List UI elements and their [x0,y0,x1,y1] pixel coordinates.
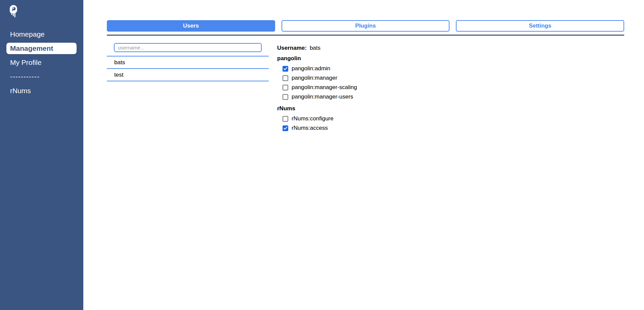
pangolin-logo-svg [9,5,18,18]
user-list: batstest [107,56,269,81]
permission-row-pangolin-manager: pangolin:manager [283,73,624,83]
main-content: UsersPluginsSettings batstest Username: … [107,0,624,133]
checkbox-pangolin-manager-users[interactable] [283,94,288,100]
sidebar-item-my-profile[interactable]: My Profile [6,57,77,68]
pangolin-logo-icon[interactable] [9,5,18,18]
user-details-panel: Username: bats pangolinpangolin:adminpan… [277,43,624,133]
user-name: test [114,72,123,78]
permission-label[interactable]: pangolin:admin [292,65,330,72]
permission-label[interactable]: rNums:access [292,125,328,131]
tab-settings[interactable]: Settings [456,20,624,32]
sidebar-item-label: My Profile [10,59,41,67]
sidebar-item-label: rNums [10,87,31,95]
checkbox-pangolin-manager[interactable] [283,75,288,81]
permission-groups: pangolinpangolin:adminpangolin:managerpa… [277,55,624,133]
checkbox-rnums-configure[interactable] [283,116,288,122]
sidebar-item-label: Management [10,44,53,52]
permission-row-rnums-access: rNums:access [283,123,624,133]
permission-row-pangolin-manager-users: pangolin:manager-users [283,92,624,102]
user-name: bats [114,59,125,66]
permission-label[interactable]: pangolin:manager-users [292,93,353,100]
permission-row-pangolin-manager-scaling: pangolin:manager-scaling [283,83,624,92]
user-list-item-bats[interactable]: bats [107,56,269,69]
permission-label[interactable]: pangolin:manager [292,75,337,81]
tab-plugins[interactable]: Plugins [282,20,450,32]
sidebar-item-homepage[interactable]: Homepage [6,29,77,40]
checkbox-pangolin-admin[interactable] [283,66,288,72]
checkbox-pangolin-manager-scaling[interactable] [283,85,288,90]
permission-label[interactable]: pangolin:manager-scaling [292,84,357,91]
checkmark-icon [284,127,287,130]
username-label: Username: [277,45,307,51]
user-list-panel: batstest [107,43,269,133]
permission-group-name-rnums: rNums [277,105,624,112]
permission-row-rnums-configure: rNums:configure [283,114,624,123]
username-search-input[interactable] [114,43,262,52]
sidebar: HomepageManagementMy Profile-----------r… [0,0,83,310]
sidebar-item-management[interactable]: Management [6,43,77,54]
sidebar-item-label: Homepage [10,30,45,38]
tab-users[interactable]: Users [107,20,275,32]
sidebar-nav: HomepageManagementMy Profile-----------r… [0,29,83,99]
app-root: HomepageManagementMy Profile-----------r… [0,0,644,310]
username-row: Username: bats [277,43,624,51]
users-tab-content: batstest Username: bats pangolinpangolin… [107,43,624,133]
header-divider [107,35,624,36]
permission-group-name-pangolin: pangolin [277,55,624,62]
username-value: bats [310,45,320,51]
checkmark-icon [284,67,287,70]
sidebar-item-rnums[interactable]: rNums [6,85,77,96]
permission-row-pangolin-admin: pangolin:admin [283,64,624,73]
checkbox-rnums-access[interactable] [283,125,288,131]
permission-label[interactable]: rNums:configure [292,115,334,122]
user-list-item-test[interactable]: test [107,69,269,81]
sidebar-item-label: ----------- [10,73,40,81]
sidebar-divider: ----------- [6,71,77,82]
tab-bar: UsersPluginsSettings [107,20,624,32]
